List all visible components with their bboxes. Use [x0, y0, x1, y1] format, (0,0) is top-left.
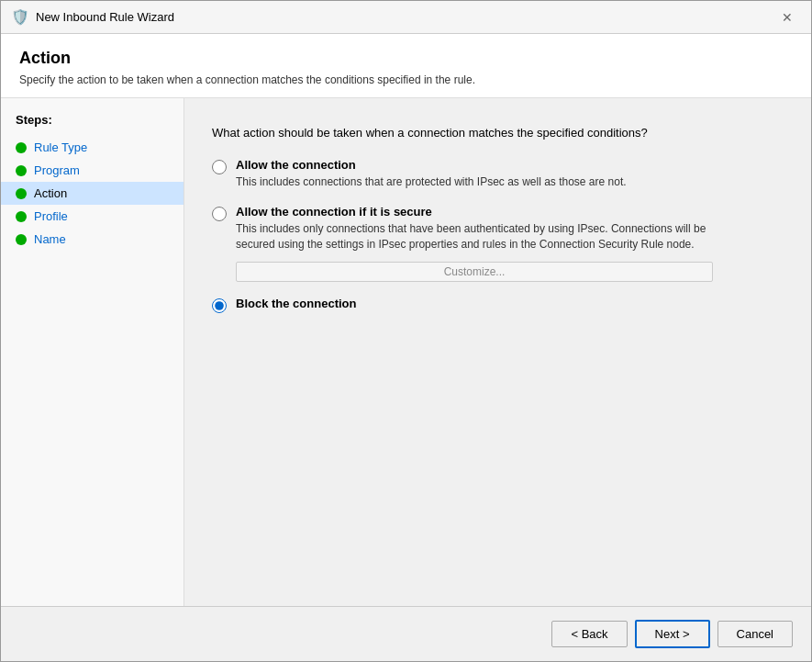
- step-dot-name: [16, 234, 27, 245]
- steps-label: Steps:: [1, 113, 184, 136]
- app-icon: 🛡️: [12, 9, 28, 26]
- back-button[interactable]: < Back: [551, 621, 627, 647]
- sidebar-item-profile[interactable]: Profile: [1, 205, 184, 228]
- radio-label-allow: Allow the connection: [236, 158, 627, 172]
- radio-content-allow-secure: Allow the connection if it is secure Thi…: [236, 205, 713, 283]
- sidebar-item-rule-type[interactable]: Rule Type: [1, 136, 184, 159]
- titlebar: 🛡️ New Inbound Rule Wizard ✕: [1, 1, 811, 34]
- step-label-action: Action: [34, 186, 67, 200]
- radio-content-block: Block the connection: [236, 297, 356, 310]
- radio-label-block: Block the connection: [236, 297, 356, 310]
- sidebar-item-program[interactable]: Program: [1, 159, 184, 182]
- step-label-name: Name: [34, 232, 66, 246]
- radio-option-allow: Allow the connection This includes conne…: [212, 158, 784, 190]
- next-button[interactable]: Next >: [635, 620, 710, 648]
- page-title: Action: [19, 49, 793, 68]
- wizard-window: 🛡️ New Inbound Rule Wizard ✕ Action Spec…: [0, 0, 812, 662]
- radio-input-allow[interactable]: [212, 160, 227, 174]
- radio-desc-allow-secure: This includes only connections that have…: [236, 221, 713, 252]
- radio-option-block: Block the connection: [212, 297, 784, 313]
- page-subtitle: Specify the action to be taken when a co…: [19, 73, 793, 86]
- radio-desc-allow: This includes connections that are prote…: [236, 174, 627, 190]
- radio-content-allow: Allow the connection This includes conne…: [236, 158, 627, 190]
- step-dot-action: [16, 188, 27, 199]
- cancel-button[interactable]: Cancel: [717, 621, 793, 647]
- radio-input-allow-secure[interactable]: [212, 207, 227, 221]
- sidebar: Steps: Rule Type Program Action Profile …: [1, 98, 184, 606]
- sidebar-item-action[interactable]: Action: [1, 182, 184, 205]
- radio-label-allow-secure: Allow the connection if it is secure: [236, 205, 713, 219]
- footer: < Back Next > Cancel: [1, 606, 811, 661]
- window-title: New Inbound Rule Wizard: [36, 10, 174, 24]
- customize-button[interactable]: Customize...: [236, 262, 713, 282]
- content-area: Steps: Rule Type Program Action Profile …: [1, 98, 811, 606]
- main-content: What action should be taken when a conne…: [184, 98, 811, 606]
- step-label-program: Program: [34, 163, 80, 177]
- question-text: What action should be taken when a conne…: [212, 126, 784, 140]
- header-section: Action Specify the action to be taken wh…: [1, 34, 811, 98]
- radio-group: Allow the connection This includes conne…: [212, 158, 784, 313]
- step-label-rule-type: Rule Type: [34, 140, 87, 154]
- radio-input-block[interactable]: [212, 298, 227, 313]
- step-dot-program: [16, 165, 27, 176]
- step-label-profile: Profile: [34, 209, 68, 223]
- step-dot-profile: [16, 211, 27, 222]
- step-dot-rule-type: [16, 142, 27, 153]
- close-button[interactable]: ✕: [774, 5, 800, 30]
- radio-option-allow-secure: Allow the connection if it is secure Thi…: [212, 205, 784, 283]
- titlebar-left: 🛡️ New Inbound Rule Wizard: [12, 9, 174, 26]
- sidebar-item-name[interactable]: Name: [1, 228, 184, 251]
